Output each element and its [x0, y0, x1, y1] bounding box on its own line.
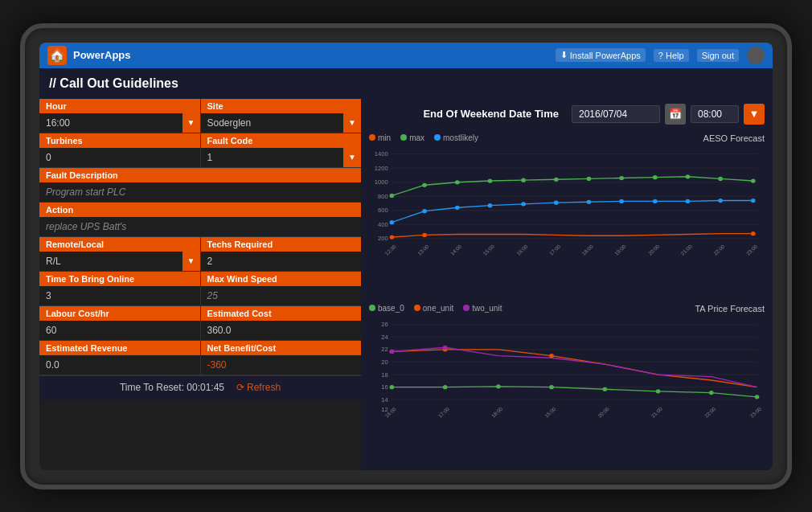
chart2-twounit-line	[392, 347, 757, 387]
svg-point-40	[751, 231, 756, 236]
estimated-revenue-value: 0.0	[39, 356, 200, 374]
estimated-revenue-value-wrap: 0.0	[39, 355, 200, 375]
svg-text:15:00: 15:00	[543, 405, 557, 418]
refresh-label: Refresh	[247, 382, 281, 393]
time-dropdown[interactable]: ▼	[744, 104, 765, 125]
chart2-svg: 26 24 22 20 18 16 14 12	[369, 317, 765, 422]
home-icon[interactable]: 🏠	[47, 46, 67, 65]
time-bring-online-label: Time To Bring Online	[39, 272, 200, 286]
fault-code-value-wrap: 1 ▼	[201, 148, 362, 167]
svg-point-73	[656, 389, 661, 393]
hour-dropdown[interactable]: ▼	[182, 113, 200, 133]
field-turbines: Turbines 0	[39, 133, 201, 167]
svg-point-33	[619, 199, 624, 203]
remote-local-dropdown[interactable]: ▼	[182, 252, 200, 271]
svg-text:17:00: 17:00	[437, 405, 450, 418]
turbines-value-wrap: 0	[39, 148, 200, 167]
svg-text:13:00: 13:00	[416, 243, 430, 256]
fault-desc-value-wrap: Program start PLC	[39, 182, 361, 202]
svg-text:16:00: 16:00	[515, 243, 529, 256]
field-net-benefit: Net Benefit/Cost -360	[201, 341, 362, 375]
row-action: Action replace UPS Batt's	[39, 203, 361, 237]
svg-text:17:00: 17:00	[548, 243, 562, 256]
date-input[interactable]	[572, 105, 660, 123]
chart2-legend: base_0 one_unit two_unit	[369, 304, 502, 313]
max-wind-speed-label: Max Wind Speed	[201, 272, 362, 286]
legend-min: min	[369, 133, 391, 142]
action-value-wrap: replace UPS Batt's	[39, 217, 361, 236]
svg-text:1200: 1200	[375, 165, 388, 172]
svg-point-26	[390, 220, 395, 224]
svg-text:16: 16	[381, 383, 388, 391]
action-label: Action	[39, 203, 361, 217]
svg-text:18:00: 18:00	[490, 405, 504, 418]
labour-cost-value: 60	[39, 322, 200, 339]
site-label: Site	[201, 99, 362, 113]
legend-one-unit: one_unit	[414, 304, 453, 313]
svg-text:1000: 1000	[375, 178, 388, 186]
svg-text:22:00: 22:00	[712, 243, 726, 256]
row-fault-desc: Fault Description Program start PLC	[39, 168, 361, 203]
turbines-value: 0	[39, 149, 200, 166]
svg-point-20	[587, 176, 592, 180]
fault-code-label: Fault Code	[201, 133, 362, 148]
field-techs-required: Techs Required 2	[201, 237, 362, 271]
user-avatar[interactable]	[747, 47, 765, 64]
svg-text:600: 600	[378, 207, 388, 214]
svg-point-16	[455, 180, 460, 184]
svg-point-68	[390, 385, 395, 389]
svg-point-79	[390, 349, 395, 353]
time-input[interactable]	[691, 105, 739, 123]
svg-point-17	[488, 178, 493, 182]
svg-point-31	[554, 200, 559, 204]
svg-point-29	[488, 203, 493, 207]
svg-point-36	[718, 198, 723, 202]
legend-mostlikely: mostlikely	[434, 133, 478, 142]
svg-text:20:00: 20:00	[597, 405, 610, 418]
signout-btn[interactable]: Sign out	[697, 49, 739, 62]
page-title: // Call Out Guidelines	[49, 76, 763, 91]
field-hour: Hour 16:00 ▼	[39, 99, 201, 133]
chart2-oneunit-line	[392, 349, 757, 387]
svg-point-28	[455, 205, 460, 209]
field-remote-local: Remote/Local R/L ▼	[39, 237, 201, 271]
calendar-icon[interactable]: 📅	[665, 104, 686, 125]
site-value: Soderglen	[201, 114, 344, 132]
labour-cost-value-wrap: 60	[39, 321, 200, 340]
svg-point-72	[602, 387, 607, 391]
net-benefit-label: Net Benefit/Cost	[201, 341, 362, 355]
chart1-container: min max mostlikely AESO Forecast	[361, 129, 773, 300]
field-action: Action replace UPS Batt's	[39, 203, 361, 236]
fault-code-dropdown[interactable]: ▼	[343, 148, 361, 167]
max-wind-speed-value-wrap: 25	[201, 286, 362, 305]
refresh-icon: ⟳	[236, 382, 244, 393]
chart1-min-line	[392, 233, 753, 236]
status-bar: Time To Reset: 00:01:45 ⟳ Refresh	[39, 375, 361, 399]
refresh-btn[interactable]: ⟳ Refresh	[236, 382, 281, 393]
svg-point-23	[686, 174, 691, 178]
hour-value-wrap: 16:00 ▼	[39, 113, 200, 133]
install-btn[interactable]: ⬇ Install PowerApps	[556, 48, 646, 62]
max-wind-speed-value: 25	[201, 287, 362, 305]
svg-text:21:00: 21:00	[650, 405, 663, 418]
remote-local-label: Remote/Local	[39, 237, 200, 252]
screen: 🏠 PowerApps ⬇ Install PowerApps ? Help S…	[39, 43, 773, 470]
labour-cost-label: Labour Cost/hr	[39, 306, 200, 321]
svg-point-24	[718, 176, 723, 180]
app-title: PowerApps	[73, 49, 556, 61]
field-max-wind-speed: Max Wind Speed 25	[201, 272, 362, 305]
device-frame: 🏠 PowerApps ⬇ Install PowerApps ? Help S…	[20, 23, 792, 489]
svg-text:200: 200	[378, 235, 388, 242]
svg-point-14	[390, 193, 395, 197]
row-turbines-fault: Turbines 0 Fault Code 1 ▼	[39, 133, 361, 168]
row-revenue-net: Estimated Revenue 0.0 Net Benefit/Cost -…	[39, 341, 361, 375]
time-bring-online-value: 3	[39, 287, 200, 305]
estimated-cost-value-wrap: 360.0	[201, 321, 362, 340]
svg-text:21:00: 21:00	[679, 243, 693, 256]
svg-text:22:00: 22:00	[703, 405, 716, 418]
site-dropdown[interactable]: ▼	[343, 113, 361, 133]
techs-required-label: Techs Required	[201, 237, 362, 252]
svg-point-71	[549, 385, 554, 389]
svg-point-74	[709, 391, 714, 395]
help-btn[interactable]: ? Help	[654, 49, 689, 62]
